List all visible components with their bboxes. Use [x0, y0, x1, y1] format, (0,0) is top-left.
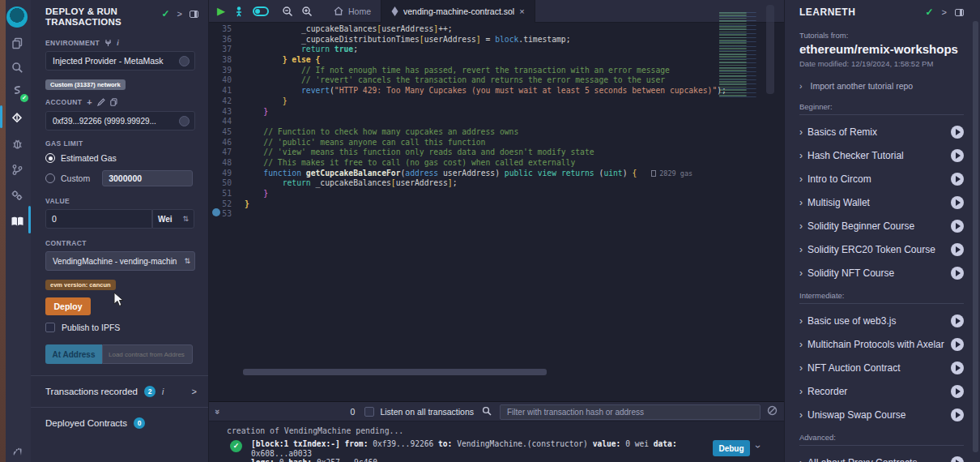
line-number[interactable]: 51	[209, 189, 245, 199]
line-number[interactable]: 38	[209, 55, 245, 66]
hand-icon[interactable]	[8, 443, 26, 460]
tutorial-item[interactable]: ›Basic use of web3.js	[799, 314, 964, 327]
tutorial-item[interactable]: ›Recorder	[799, 385, 964, 398]
editor-vertical-scrollbar[interactable]	[766, 5, 774, 94]
line-number[interactable]: 37	[209, 45, 245, 55]
tx-expand-chevron-icon[interactable]: ›	[752, 445, 764, 448]
expand-terminal-icon[interactable]: »	[213, 409, 223, 413]
zoom-in-icon[interactable]	[301, 6, 313, 17]
tutorial-item[interactable]: ›Basics of Remix	[799, 126, 964, 139]
line-number[interactable]: 43	[209, 107, 245, 118]
copy-icon[interactable]	[110, 98, 117, 106]
tutorial-item[interactable]: ›Solidity ERC20 Token Course	[799, 243, 964, 256]
play-tutorial-button[interactable]	[951, 267, 964, 280]
clear-console-icon[interactable]	[767, 404, 778, 419]
tutorial-item[interactable]: ›Solidity NFT Course	[799, 267, 964, 280]
line-number[interactable]: 48	[209, 158, 245, 169]
sign-message-icon[interactable]	[97, 98, 105, 106]
editor-horizontal-scrollbar[interactable]	[243, 369, 547, 375]
play-tutorial-button[interactable]	[951, 243, 964, 256]
tutorial-item[interactable]: ›Multisig Wallet	[799, 196, 964, 209]
code-line[interactable]: 41 revert("HTTP 429: Too Many Cupcakes (…	[209, 86, 727, 96]
code-line[interactable]: 50 return _cupcakeBalances[userAddress];	[209, 178, 727, 189]
play-tutorial-button[interactable]	[951, 338, 964, 351]
tutorial-item[interactable]: ›Solidity Beginner Course	[799, 220, 964, 233]
play-tutorial-button[interactable]	[951, 220, 964, 233]
estimated-gas-radio[interactable]	[45, 153, 55, 163]
code-line[interactable]: 46 // 'public' means anyone can call thi…	[209, 138, 727, 148]
line-number[interactable]: 36	[209, 35, 245, 45]
tx-summary[interactable]: [block:1 txIndex:-] from: 0xf39...92266 …	[251, 439, 705, 462]
listen-all-checkbox[interactable]	[364, 407, 374, 417]
tutorial-item[interactable]: ›Intro to Circom	[799, 173, 964, 186]
file-explorer-icon[interactable]	[8, 34, 26, 52]
code-editor[interactable]: ▶ Home vending-machine-contract.sol × 35…	[209, 0, 784, 401]
code-line[interactable]: 47 // 'view' means this function only re…	[209, 148, 727, 158]
at-address-button[interactable]: At Address	[45, 344, 102, 364]
line-number[interactable]: 49	[209, 169, 245, 179]
code-line[interactable]: 49 function getCupcakeBalanceFor(address…	[209, 169, 727, 179]
breakpoint-dot[interactable]	[212, 208, 220, 216]
code-line[interactable]: 40 // 'revert' cancels the transaction a…	[209, 75, 727, 86]
code-line[interactable]: 38 } else {	[209, 55, 727, 66]
play-tutorial-button[interactable]	[951, 173, 964, 186]
deployed-contracts-row[interactable]: Deployed Contracts 0	[31, 408, 208, 438]
run-script-icon[interactable]: ▶	[217, 5, 225, 17]
play-tutorial-button[interactable]	[951, 409, 964, 421]
pin-panel-icon[interactable]	[955, 9, 964, 16]
solidity-compiler-icon[interactable]: ✓	[8, 83, 26, 101]
import-repo-row[interactable]: › Import another tutorial repo	[799, 81, 964, 91]
line-number[interactable]: 40	[209, 75, 245, 86]
add-account-icon[interactable]: +	[87, 97, 92, 107]
info-icon[interactable]: i	[117, 39, 119, 47]
chevron-right-icon[interactable]: >	[942, 7, 947, 17]
terminal-filter-input[interactable]	[500, 404, 761, 420]
git-icon[interactable]	[8, 160, 26, 178]
tutorial-item[interactable]: ›NFT Auction Contract	[799, 361, 964, 374]
environment-select[interactable]: Injected Provider - MetaMask	[45, 51, 195, 71]
chevron-right-icon[interactable]: >	[177, 9, 182, 19]
at-address-input[interactable]	[102, 344, 193, 364]
tutorial-item[interactable]: ›All about Proxy Contracts	[799, 456, 964, 462]
deploy-and-run-icon[interactable]	[8, 109, 26, 126]
debugger-icon[interactable]	[8, 135, 26, 152]
code-line[interactable]: 53	[209, 209, 727, 220]
close-tab-icon[interactable]: ×	[519, 6, 524, 16]
contract-select[interactable]: VendingMachine - vending-machin ⇅	[45, 251, 195, 271]
pin-panel-icon[interactable]	[190, 11, 198, 18]
learneth-scrollbar[interactable]	[973, 21, 978, 452]
line-number[interactable]: 35	[209, 24, 245, 35]
code-line[interactable]: 44	[209, 117, 727, 127]
tutorial-item[interactable]: ›Uniswap Swap Course	[799, 409, 964, 421]
line-number[interactable]: 46	[209, 138, 245, 148]
code-line[interactable]: 35 _cupcakeBalances[userAddress]++;	[209, 24, 727, 35]
play-tutorial-button[interactable]	[951, 314, 964, 327]
code-line[interactable]: 37 return true;	[209, 45, 727, 55]
play-tutorial-button[interactable]	[951, 196, 964, 209]
assistant-icon[interactable]	[233, 6, 245, 17]
play-tutorial-button[interactable]	[951, 456, 964, 462]
plugin-manager-icon[interactable]	[8, 186, 26, 204]
line-number[interactable]: 45	[209, 127, 245, 138]
line-number[interactable]: 39	[209, 66, 245, 76]
line-number[interactable]: 50	[209, 178, 245, 189]
remix-logo-icon[interactable]	[6, 6, 28, 28]
line-number[interactable]: 41	[209, 86, 245, 96]
code-line[interactable]: 36 _cupcakeDistributionTimes[userAddress…	[209, 35, 727, 45]
expand-chevron-icon[interactable]: >	[192, 387, 197, 396]
search-icon[interactable]	[8, 58, 26, 76]
account-settings-icon[interactable]	[179, 116, 190, 126]
tutorial-item[interactable]: ›Hash Checker Tutorial	[799, 149, 964, 162]
line-number[interactable]: 44	[209, 117, 245, 127]
play-tutorial-button[interactable]	[951, 126, 964, 139]
publish-ipfs-checkbox[interactable]	[45, 323, 55, 332]
play-tutorial-button[interactable]	[951, 385, 964, 398]
minimap[interactable]	[719, 12, 758, 97]
code-line[interactable]: 42 }	[209, 96, 727, 107]
plug-icon[interactable]	[104, 39, 112, 47]
custom-gas-radio[interactable]	[45, 173, 55, 183]
deploy-button[interactable]: Deploy	[45, 297, 91, 315]
code-line[interactable]: 52}	[209, 199, 727, 210]
account-select[interactable]: 0xf39...92266 (9999.99929...	[45, 111, 195, 130]
line-number[interactable]: 47	[209, 148, 245, 158]
